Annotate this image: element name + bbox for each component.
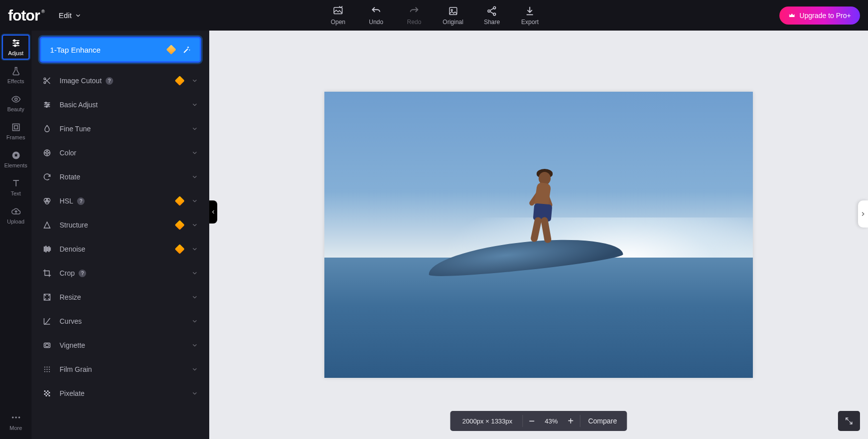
chevron-down-icon — [191, 342, 198, 349]
svg-rect-46 — [46, 392, 47, 393]
svg-point-37 — [49, 367, 50, 368]
row-rotate[interactable]: Rotate — [32, 165, 209, 189]
row-structure[interactable]: Structure — [32, 213, 209, 237]
left-rail: Adjust Effects Beauty Frames Elements Te… — [0, 31, 32, 439]
resize-icon — [43, 293, 52, 302]
svg-rect-51 — [49, 395, 50, 396]
chevron-left-icon — [210, 209, 216, 215]
crop-icon — [43, 269, 52, 278]
row-resize[interactable]: Resize — [32, 285, 209, 309]
row-crop[interactable]: Crop? — [32, 261, 209, 285]
row-basic-adjust[interactable]: Basic Adjust — [32, 93, 209, 117]
rail-text[interactable]: Text — [2, 175, 30, 200]
svg-point-43 — [49, 371, 50, 372]
rail-upload[interactable]: Upload — [2, 203, 30, 228]
upgrade-pro-button[interactable]: Upgrade to Pro+ — [779, 7, 860, 25]
frame-icon — [11, 122, 21, 132]
denoise-icon — [43, 245, 52, 254]
photo[interactable] — [324, 92, 753, 378]
open-image-icon — [332, 6, 343, 17]
svg-rect-14 — [14, 126, 18, 129]
more-dots-icon — [11, 412, 22, 423]
curves-icon — [43, 317, 52, 326]
eye-icon — [11, 94, 21, 104]
row-denoise[interactable]: Denoise — [32, 237, 209, 261]
chevron-down-icon — [191, 77, 198, 84]
chevron-right-icon — [859, 210, 866, 217]
hsl-icon — [43, 196, 52, 205]
chevron-down-icon — [191, 149, 198, 156]
original-icon — [448, 6, 459, 17]
row-curves[interactable]: Curves — [32, 309, 209, 333]
row-color[interactable]: Color — [32, 141, 209, 165]
panel-collapse-handle[interactable] — [209, 200, 217, 224]
zoom-out-button[interactable]: − — [523, 415, 541, 427]
diamond-icon — [166, 45, 176, 55]
svg-rect-44 — [44, 390, 46, 392]
diamond-icon — [175, 76, 185, 86]
chevron-down-icon — [191, 173, 198, 180]
chevron-down-icon — [191, 197, 198, 204]
palette-icon — [43, 148, 52, 157]
magic-wand-icon — [182, 45, 191, 54]
svg-point-11 — [14, 45, 16, 46]
fit-to-screen-button[interactable] — [838, 411, 860, 431]
rail-adjust[interactable]: Adjust — [2, 35, 30, 60]
row-fine-tune[interactable]: Fine Tune — [32, 117, 209, 141]
rotate-icon — [43, 172, 52, 181]
logo[interactable]: fotor® — [8, 7, 45, 24]
chevron-down-icon — [191, 125, 198, 132]
adjust-panel: 1-Tap Enhance Image Cutout? Basic Adjust… — [32, 31, 209, 439]
chevron-down-icon — [191, 270, 198, 277]
svg-rect-1 — [450, 7, 457, 15]
compare-button[interactable]: Compare — [580, 417, 625, 425]
svg-point-36 — [47, 367, 48, 368]
chevron-down-icon — [191, 222, 198, 229]
rail-beauty[interactable]: Beauty — [2, 91, 30, 116]
rail-effects[interactable]: Effects — [2, 63, 30, 88]
zoom-in-button[interactable]: + — [562, 415, 580, 427]
droplet-icon — [43, 124, 52, 133]
rail-more[interactable]: More — [10, 412, 22, 431]
row-film-grain[interactable]: Film Grain — [32, 357, 209, 381]
text-icon — [11, 178, 21, 188]
export-icon — [525, 6, 536, 17]
chevron-down-icon — [191, 318, 198, 325]
share-icon — [487, 6, 498, 17]
help-icon: ? — [106, 77, 113, 85]
original-button[interactable]: Original — [443, 6, 463, 26]
expand-icon — [844, 416, 853, 425]
svg-point-16 — [12, 416, 14, 418]
upload-cloud-icon — [11, 206, 21, 216]
one-tap-enhance-button[interactable]: 1-Tap Enhance — [40, 37, 201, 63]
share-button[interactable]: Share — [483, 6, 502, 26]
row-vignette[interactable]: Vignette — [32, 333, 209, 357]
canvas[interactable]: 2000px × 1333px − 43% + Compare — [209, 31, 868, 439]
svg-point-9 — [14, 40, 15, 41]
star-circle-icon — [11, 150, 21, 160]
svg-point-17 — [15, 416, 17, 418]
row-pixelate[interactable]: Pixelate — [32, 381, 209, 405]
rail-elements[interactable]: Elements — [2, 147, 30, 172]
row-hsl[interactable]: HSL? — [32, 189, 209, 213]
row-image-cutout[interactable]: Image Cutout? — [32, 69, 209, 93]
export-button[interactable]: Export — [521, 6, 540, 26]
diamond-icon — [175, 220, 185, 230]
grain-icon — [43, 365, 52, 374]
sliders-icon — [43, 100, 52, 109]
svg-point-12 — [15, 98, 17, 101]
right-panel-expand[interactable] — [858, 200, 868, 228]
undo-button[interactable]: Undo — [366, 6, 385, 26]
redo-icon — [408, 6, 419, 17]
chevron-down-icon — [191, 294, 198, 301]
topbar: fotor® Edit Open Undo Redo Original Shar… — [0, 0, 868, 31]
svg-point-18 — [18, 416, 20, 418]
open-button[interactable]: Open — [328, 6, 347, 26]
pixelate-icon — [43, 389, 52, 398]
chevron-down-icon — [191, 390, 198, 397]
edit-menu[interactable]: Edit — [59, 11, 82, 20]
svg-rect-13 — [13, 124, 19, 130]
rail-frames[interactable]: Frames — [2, 119, 30, 144]
chevron-down-icon — [191, 246, 198, 253]
redo-button[interactable]: Redo — [404, 6, 423, 26]
